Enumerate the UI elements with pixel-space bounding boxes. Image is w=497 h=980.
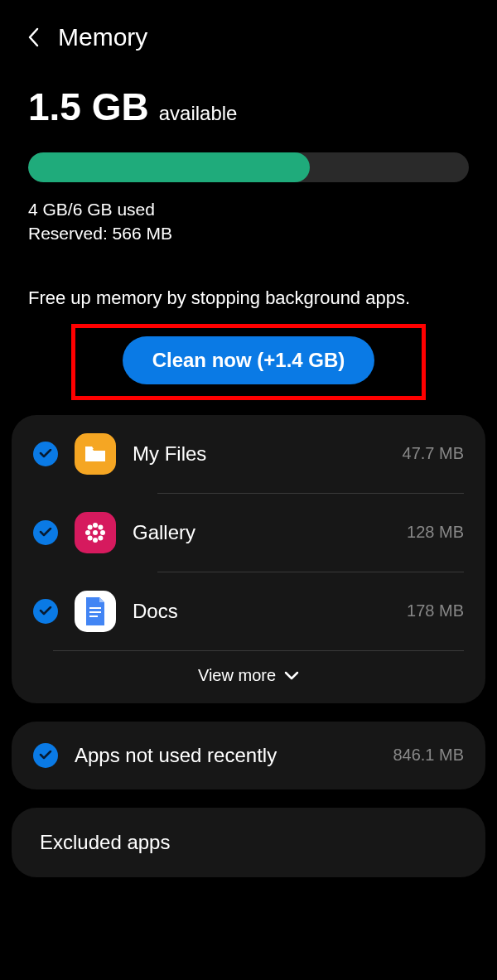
app-row-docs[interactable]: Docs 178 MB [12,572,485,650]
memory-available: 1.5 GB available [28,84,469,129]
app-name: Docs [133,600,390,623]
memory-summary: 1.5 GB available 4 GB/6 GB used Reserved… [0,68,497,254]
app-size: 128 MB [407,523,464,542]
recent-apps-size: 846.1 MB [393,746,464,765]
apps-card: My Files 47.7 MB Gallery 128 MB [12,415,485,703]
instruction-text: Free up memory by stopping background ap… [0,254,497,324]
app-size: 178 MB [407,601,464,620]
svg-point-8 [98,535,103,540]
clean-button-highlight: Clean now (+1.4 GB) [71,324,426,400]
checkbox-checked-icon[interactable] [33,442,58,466]
svg-point-1 [93,523,98,528]
header: Memory [0,0,497,68]
excluded-apps-card[interactable]: Excluded apps [12,808,485,877]
svg-point-5 [88,524,93,529]
memory-progress-fill [28,152,310,182]
excluded-apps-title: Excluded apps [40,831,170,853]
memory-used-text: 4 GB/6 GB used [28,197,469,221]
memory-available-label: available [159,102,238,125]
svg-point-2 [93,538,98,543]
memory-stats: 4 GB/6 GB used Reserved: 566 MB [28,197,469,246]
svg-rect-11 [89,616,98,617]
app-name: My Files [133,442,386,466]
app-row-gallery[interactable]: Gallery 128 MB [12,494,485,572]
view-more-label: View more [198,666,276,685]
view-more-button[interactable]: View more [12,651,485,703]
svg-point-4 [100,530,105,535]
clean-now-button[interactable]: Clean now (+1.4 GB) [123,336,375,384]
svg-rect-9 [89,607,101,609]
svg-point-7 [88,535,93,540]
chevron-down-icon [284,671,299,680]
svg-rect-10 [89,611,101,613]
page-title: Memory [58,23,147,51]
svg-point-3 [85,530,90,535]
docs-app-icon [75,591,116,632]
myfiles-app-icon [75,433,116,475]
memory-value: 1.5 GB [28,84,149,129]
checkbox-checked-icon[interactable] [33,599,58,624]
app-name: Gallery [133,521,390,544]
checkbox-checked-icon[interactable] [33,743,58,768]
memory-reserved-text: Reserved: 566 MB [28,221,469,245]
apps-not-used-recently-card[interactable]: Apps not used recently 846.1 MB [12,722,485,789]
recent-apps-title: Apps not used recently [75,744,376,767]
memory-progress-bar [28,152,469,182]
checkbox-checked-icon[interactable] [33,520,58,545]
svg-point-6 [98,524,103,529]
app-size: 47.7 MB [403,444,464,463]
app-row-myfiles[interactable]: My Files 47.7 MB [12,415,485,493]
svg-point-0 [93,530,98,535]
gallery-app-icon [75,512,116,553]
back-icon[interactable] [25,25,41,50]
